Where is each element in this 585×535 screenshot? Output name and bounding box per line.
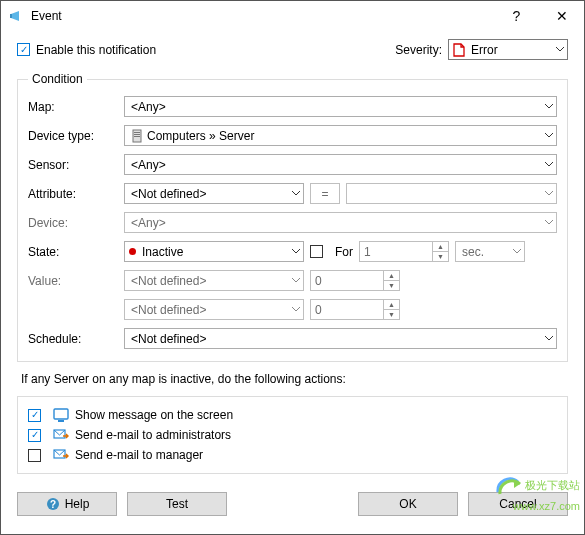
cancel-button[interactable]: Cancel (468, 492, 568, 516)
device-select[interactable]: <Any> (124, 212, 557, 233)
action-checkbox[interactable] (28, 449, 41, 462)
chevron-down-icon (545, 336, 553, 342)
titlebar-help-button[interactable]: ? (494, 1, 539, 31)
actions-list: Show message on the screen Send e-mail t… (17, 396, 568, 474)
severity-value: Error (469, 43, 563, 57)
enable-notification-checkbox[interactable] (17, 43, 30, 56)
spinner-up-icon: ▲ (433, 242, 448, 252)
value-number-input[interactable]: 0 ▲▼ (310, 270, 400, 291)
attribute-label: Attribute: (28, 187, 118, 201)
sensor-select[interactable]: <Any> (124, 154, 557, 175)
action-checkbox[interactable] (28, 409, 41, 422)
chevron-down-icon (556, 47, 564, 53)
sensor-label: Sensor: (28, 158, 118, 172)
test-button[interactable]: Test (127, 492, 227, 516)
chevron-down-icon (292, 191, 300, 197)
for-checkbox[interactable] (310, 245, 323, 258)
state-select[interactable]: Inactive (124, 241, 304, 262)
error-icon (453, 43, 465, 57)
chevron-down-icon (292, 278, 300, 284)
email-manager-icon (53, 447, 69, 463)
screen-message-icon (53, 407, 69, 423)
action-row[interactable]: Send e-mail to manager (28, 445, 557, 465)
svg-text:?: ? (50, 499, 56, 510)
value2-number-input[interactable]: 0 ▲▼ (310, 299, 400, 320)
svg-rect-0 (10, 14, 12, 18)
svg-rect-3 (134, 134, 140, 135)
value-label: Value: (28, 274, 118, 288)
chevron-down-icon (292, 249, 300, 255)
attribute-value-select[interactable] (346, 183, 557, 204)
map-select[interactable]: <Any> (124, 96, 557, 117)
device-type-label: Device type: (28, 129, 118, 143)
spinner-down-icon: ▼ (433, 252, 448, 261)
schedule-label: Schedule: (28, 332, 118, 346)
help-button[interactable]: ? Help (17, 492, 117, 516)
schedule-select[interactable]: <Not defined> (124, 328, 557, 349)
condition-group: Condition Map: <Any> Device type: Comput… (17, 72, 568, 362)
condition-legend: Condition (28, 72, 87, 86)
map-label: Map: (28, 100, 118, 114)
chevron-down-icon (545, 191, 553, 197)
megaphone-icon (9, 8, 25, 24)
window-title: Event (31, 9, 62, 23)
for-unit-select[interactable]: sec. (455, 241, 525, 262)
titlebar-close-button[interactable]: ✕ (539, 1, 584, 31)
attribute-select[interactable]: <Not defined> (124, 183, 304, 204)
state-label: State: (28, 245, 118, 259)
server-icon (129, 128, 145, 144)
chevron-down-icon (513, 249, 521, 255)
value-op-select[interactable]: <Not defined> (124, 270, 304, 291)
action-label: Show message on the screen (75, 408, 233, 422)
value2-op-select[interactable]: <Not defined> (124, 299, 304, 320)
action-row[interactable]: Show message on the screen (28, 405, 557, 425)
for-label: For (335, 245, 353, 259)
svg-rect-2 (134, 132, 140, 133)
ok-button[interactable]: OK (358, 492, 458, 516)
action-label: Send e-mail to administrators (75, 428, 231, 442)
attribute-operator: = (310, 183, 340, 204)
chevron-down-icon (545, 162, 553, 168)
action-row[interactable]: Send e-mail to administrators (28, 425, 557, 445)
severity-select[interactable]: Error (448, 39, 568, 60)
titlebar: Event ? ✕ (1, 1, 584, 31)
email-admin-icon (53, 427, 69, 443)
chevron-down-icon (545, 220, 553, 226)
severity-label: Severity: (395, 43, 442, 57)
enable-notification-label: Enable this notification (36, 43, 156, 57)
device-label: Device: (28, 216, 118, 230)
svg-rect-5 (54, 409, 68, 419)
chevron-down-icon (292, 307, 300, 313)
actions-description: If any Server on any map is inactive, do… (21, 372, 568, 386)
svg-rect-4 (134, 136, 140, 137)
action-checkbox[interactable] (28, 429, 41, 442)
inactive-status-icon (129, 248, 136, 255)
chevron-down-icon (545, 104, 553, 110)
action-label: Send e-mail to manager (75, 448, 203, 462)
svg-rect-6 (58, 420, 64, 422)
help-icon: ? (45, 496, 61, 512)
chevron-down-icon (545, 133, 553, 139)
device-type-select[interactable]: Computers » Server (124, 125, 557, 146)
for-number-input[interactable]: 1 ▲▼ (359, 241, 449, 262)
